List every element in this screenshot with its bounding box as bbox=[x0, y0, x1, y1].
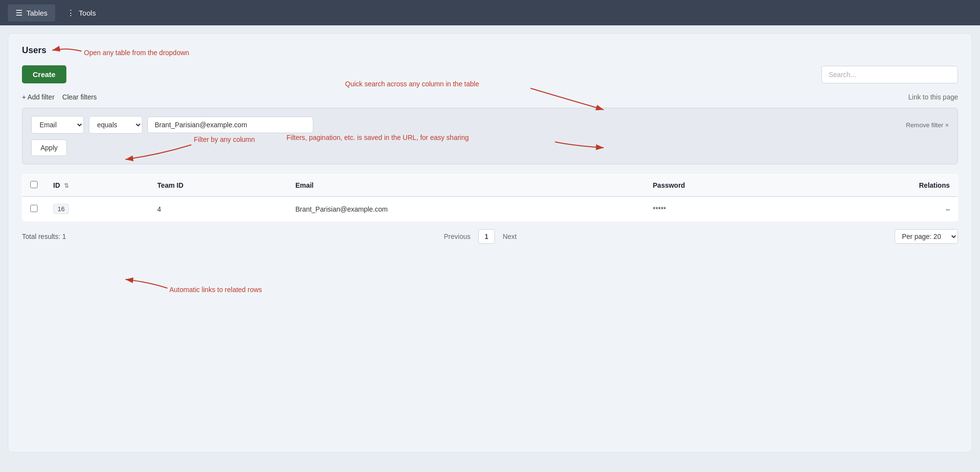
nav-tools-label: Tools bbox=[79, 9, 96, 17]
th-email[interactable]: Email bbox=[287, 175, 645, 197]
th-relations-label: Relations bbox=[919, 181, 950, 189]
nav-tables-label: Tables bbox=[26, 9, 47, 17]
td-team-id: 4 bbox=[149, 197, 287, 221]
td-email: Brant_Parisian@example.com bbox=[287, 197, 645, 221]
td-id: 16 bbox=[45, 197, 149, 221]
ann-relations-arrow bbox=[125, 279, 167, 288]
row-id-badge: 16 bbox=[53, 204, 69, 214]
nav-tools[interactable]: ⋮ Tools bbox=[59, 4, 103, 21]
filter-value-input[interactable] bbox=[147, 117, 313, 133]
filter-row: Email ID Team ID Password equals contain… bbox=[31, 116, 949, 134]
nav-tables[interactable]: ☰ Tables bbox=[8, 4, 55, 21]
page-title: Users bbox=[22, 45, 958, 56]
total-results: Total results: 1 bbox=[22, 233, 66, 240]
next-button[interactable]: Next bbox=[499, 231, 521, 242]
th-relations[interactable]: Relations bbox=[803, 175, 958, 197]
filter-controls-row: + Add filter Clear filters Link to this … bbox=[22, 93, 958, 101]
th-id: ID ⇅ bbox=[45, 175, 149, 197]
table-row: 16 4 Brant_Parisian@example.com ***** – bbox=[22, 197, 958, 221]
th-password[interactable]: Password bbox=[645, 175, 804, 197]
th-team-id[interactable]: Team ID bbox=[149, 175, 287, 197]
clear-filters-link[interactable]: Clear filters bbox=[62, 93, 97, 101]
top-nav: ☰ Tables ⋮ Tools bbox=[0, 0, 980, 25]
filter-column-select[interactable]: Email ID Team ID Password bbox=[31, 116, 84, 134]
table-header-row: ID ⇅ Team ID Email Password Relations bbox=[22, 175, 958, 197]
filter-box: Email ID Team ID Password equals contain… bbox=[22, 108, 958, 164]
td-checkbox bbox=[22, 197, 46, 221]
td-password: ***** bbox=[645, 197, 804, 221]
table-body: 16 4 Brant_Parisian@example.com ***** – bbox=[22, 197, 958, 221]
th-team-id-label: Team ID bbox=[157, 181, 183, 189]
data-table: ID ⇅ Team ID Email Password Relations bbox=[22, 174, 958, 221]
ann-relations-text: Automatic links to related rows bbox=[169, 286, 262, 294]
sort-icon[interactable]: ⇅ bbox=[64, 182, 69, 189]
main-content: Open any table from the dropdown Quick s… bbox=[8, 33, 972, 452]
per-page-select[interactable]: Per page: 20 Per page: 50 Per page: 100 bbox=[895, 229, 958, 244]
create-button[interactable]: Create bbox=[22, 65, 66, 83]
toolbar-row: Create bbox=[22, 65, 958, 83]
th-email-label: Email bbox=[295, 181, 313, 189]
tools-icon: ⋮ bbox=[67, 8, 75, 18]
table-header: ID ⇅ Team ID Email Password Relations bbox=[22, 175, 958, 197]
remove-filter-button[interactable]: Remove filter × bbox=[906, 121, 949, 129]
filter-operator-select[interactable]: equals contains starts with ends with is… bbox=[89, 116, 143, 134]
th-checkbox bbox=[22, 175, 46, 197]
apply-button[interactable]: Apply bbox=[31, 139, 67, 156]
link-to-page[interactable]: Link to this page bbox=[908, 93, 958, 101]
td-relations: – bbox=[803, 197, 958, 221]
add-filter-link[interactable]: + Add filter bbox=[22, 93, 55, 101]
search-input[interactable] bbox=[821, 66, 958, 83]
pagination-controls: Previous Next bbox=[440, 229, 521, 244]
row-checkbox[interactable] bbox=[30, 205, 38, 212]
page-number-input[interactable] bbox=[478, 229, 495, 244]
th-password-label: Password bbox=[653, 181, 685, 189]
th-id-label: ID bbox=[53, 181, 60, 189]
pagination-row: Total results: 1 Previous Next Per page:… bbox=[22, 229, 958, 244]
select-all-checkbox[interactable] bbox=[30, 181, 38, 188]
tables-icon: ☰ bbox=[16, 8, 22, 18]
previous-button[interactable]: Previous bbox=[440, 231, 474, 242]
